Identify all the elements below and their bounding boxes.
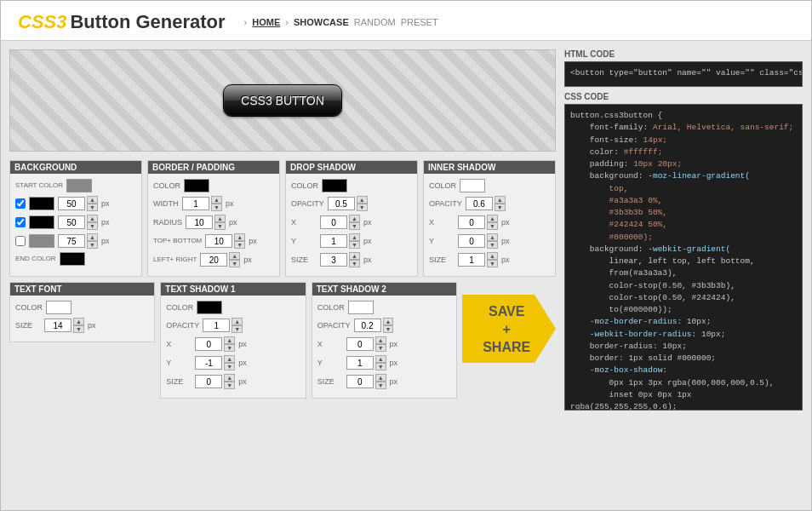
ds-x-input[interactable] (320, 215, 347, 229)
ts1-size-spin[interactable]: ▲▼ (224, 374, 235, 389)
ts1-x-spin[interactable]: ▲▼ (224, 336, 235, 352)
save-area: SAVE+SHARE (462, 295, 556, 365)
ts1-x-row: X ▲▼ px (166, 336, 300, 352)
html-code-value: <button type="button" name="" value="" c… (570, 68, 803, 78)
is-x-input[interactable] (458, 215, 485, 229)
is-y-spin[interactable]: ▲▼ (487, 233, 498, 249)
border-width-row: WIDTH ▲▼ px (153, 196, 274, 211)
ds-y-spin[interactable]: ▲▼ (349, 233, 360, 249)
ts2-x-unit: px (390, 340, 398, 348)
ds-opacity-input[interactable] (328, 197, 355, 210)
is-color-box[interactable] (460, 179, 485, 192)
nav-home-link[interactable]: HOME (252, 17, 280, 27)
bg-check-row-1: 50 ▲▼ px (15, 196, 136, 211)
ts2-size-input[interactable] (346, 375, 374, 388)
bg-start-color-box[interactable] (66, 179, 92, 192)
bg-checkbox-1[interactable] (15, 198, 26, 209)
ts2-color-box[interactable] (348, 301, 374, 314)
bg-color-box-3[interactable] (29, 234, 54, 248)
ds-color-box[interactable] (322, 179, 347, 192)
bg-val-3-input[interactable]: 75 (58, 234, 85, 248)
is-size-spin[interactable]: ▲▼ (487, 252, 498, 267)
ts2-x-input[interactable] (346, 337, 374, 351)
border-title: BORDER / PADDING (148, 161, 279, 174)
bg-val-3-spin[interactable]: ▲▼ (87, 233, 98, 249)
border-radius-spin[interactable]: ▲▼ (214, 215, 226, 230)
tf-size-spin[interactable]: ▲▼ (73, 318, 84, 333)
ds-size-label: SIZE (291, 256, 317, 264)
border-top-bottom-spin[interactable]: ▲▼ (234, 233, 245, 249)
ts1-opacity-spin[interactable]: ▲▼ (232, 318, 243, 333)
ts1-title: TEXT SHADOW 1 (161, 283, 305, 296)
border-top-bottom-input[interactable] (205, 234, 232, 248)
bottom-controls: TEXT FONT COLOR SIZE ▲▼ px TEXT SHADOW 1 (9, 282, 556, 399)
is-x-label: X (429, 218, 455, 227)
is-size-input[interactable] (458, 253, 485, 267)
preview-button[interactable]: CSS3 BUTTON (223, 84, 342, 117)
ts2-y-spin[interactable]: ▲▼ (375, 355, 386, 370)
ts2-size-spin[interactable]: ▲▼ (375, 374, 386, 389)
bg-unit-1: px (101, 199, 110, 208)
ts2-color-row: COLOR (317, 301, 451, 314)
ts2-x-spin[interactable]: ▲▼ (375, 336, 386, 352)
save-button[interactable] (462, 295, 556, 365)
ts2-y-label: Y (317, 359, 343, 367)
ds-y-label: Y (291, 237, 317, 245)
is-opacity-spin[interactable]: ▲▼ (495, 196, 506, 211)
bg-end-color-box[interactable] (60, 252, 85, 266)
left-panel: CSS3 BUTTON BACKGROUND START COLOR 50 ▲▼ (9, 49, 556, 416)
is-color-label: COLOR (429, 181, 456, 190)
tf-size-label: SIZE (15, 321, 41, 330)
nav-showcase-link[interactable]: SHOWCASE (294, 17, 349, 27)
ds-x-spin[interactable]: ▲▼ (349, 215, 360, 230)
border-left-right-input[interactable] (200, 253, 227, 267)
nav-preset-link[interactable]: PRESET (401, 17, 438, 27)
bg-checkbox-2[interactable] (15, 217, 26, 227)
ts1-y-spin[interactable]: ▲▼ (224, 355, 235, 370)
border-width-input[interactable] (182, 197, 209, 210)
nav-random-link[interactable]: RANDOM (354, 17, 396, 27)
is-x-spin[interactable]: ▲▼ (487, 215, 498, 230)
border-left-right-label: LEFT+ RIGHT (153, 256, 197, 264)
bg-color-box-1[interactable] (29, 197, 54, 210)
ts2-opacity-input[interactable] (354, 319, 381, 332)
ts1-y-input[interactable] (195, 356, 222, 370)
ds-size-unit: px (363, 256, 372, 264)
ts1-y-unit: px (238, 359, 247, 367)
ts1-opacity-input[interactable] (203, 319, 230, 332)
ds-size-spin[interactable]: ▲▼ (349, 252, 360, 267)
bg-val-1-spin[interactable]: ▲▼ (87, 196, 98, 211)
ts2-opacity-spin[interactable]: ▲▼ (383, 318, 394, 333)
border-color-box[interactable] (184, 179, 209, 192)
bg-val-2-input[interactable]: 50 (58, 215, 85, 229)
save-arrow-wrapper: SAVE+SHARE (462, 295, 556, 365)
ts2-opacity-label: OPACITY (317, 321, 351, 330)
ts1-opacity-label: OPACITY (166, 321, 199, 330)
tf-color-label: COLOR (15, 303, 43, 312)
ds-size-input[interactable] (320, 253, 347, 267)
tf-color-box[interactable] (46, 301, 71, 314)
bg-val-2-spin[interactable]: ▲▼ (87, 215, 98, 230)
ts1-color-box[interactable] (197, 301, 222, 314)
border-radius-input[interactable] (186, 215, 213, 229)
is-opacity-input[interactable] (466, 197, 493, 210)
tf-size-input[interactable] (44, 319, 71, 332)
is-y-input[interactable] (458, 234, 485, 248)
bg-val-1-input[interactable]: 50 (58, 197, 85, 210)
bg-checkbox-3[interactable] (15, 236, 26, 246)
bg-end-color-row: END COLOR (15, 252, 136, 266)
bg-check-row-3: 75 ▲▼ px (15, 233, 136, 249)
html-code-box: <button type="button" name="" value="" c… (564, 61, 803, 87)
inner-shadow-title: INNER SHADOW (424, 161, 555, 174)
ts1-x-input[interactable] (195, 337, 222, 351)
border-left-right-spin[interactable]: ▲▼ (229, 252, 240, 267)
ds-y-input[interactable] (320, 234, 347, 248)
ts2-y-input[interactable] (346, 356, 374, 370)
bg-color-box-2[interactable] (29, 215, 54, 229)
ds-opacity-spin[interactable]: ▲▼ (357, 196, 368, 211)
css-code-title: CSS CODE (564, 92, 803, 101)
ts1-size-input[interactable] (195, 375, 222, 388)
is-opacity-label: OPACITY (429, 199, 462, 208)
border-width-spin[interactable]: ▲▼ (211, 196, 222, 211)
ts1-size-label: SIZE (166, 377, 192, 386)
